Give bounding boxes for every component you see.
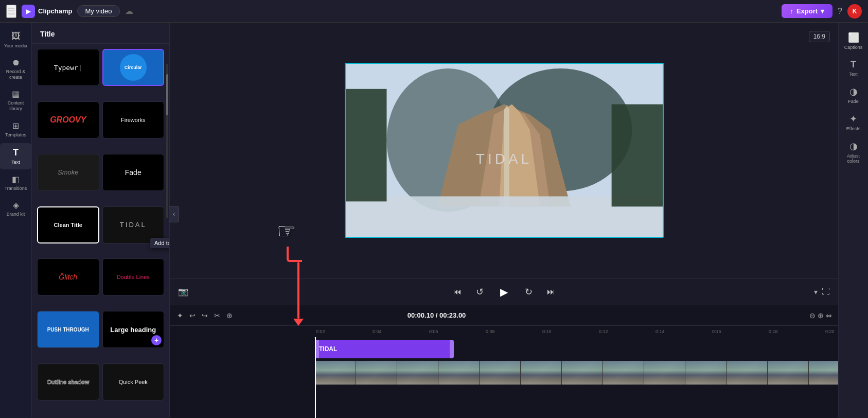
zoom-out-button[interactable]: ⊖ [809,311,816,320]
sidebar-item-brand-kit[interactable]: ◈ Brand kit [0,196,31,221]
library-icon: ▦ [12,89,20,99]
sidebar-label-text: Text [11,160,20,165]
screenshot-button[interactable]: 📷 [178,287,188,297]
sidebar-item-transitions[interactable]: ◧ Transitions [0,170,31,196]
ruler-mark-0: 0:02 [315,329,371,334]
card-label-fireworks: Fireworks [121,117,146,123]
title-track[interactable]: TIDAL [315,340,454,358]
export-button[interactable]: ↑ Export ▾ [782,4,832,18]
forward-button[interactable]: ↻ [523,284,535,300]
card-label-clean-title: Clean Title [54,222,82,228]
video-title-tab[interactable]: My video [77,5,119,17]
video-thumbnail-4 [438,361,480,385]
fit-zoom-button[interactable]: ⇔ [826,311,832,320]
sidebar-item-text[interactable]: T Text [0,143,31,169]
effects-icon: ✦ [849,113,857,125]
transitions-icon: ◧ [12,175,20,184]
redo-button[interactable]: ↪ [201,310,209,321]
chevron-down-button[interactable]: ▾ [814,288,818,296]
right-panel-label-fade: Fade [848,99,859,104]
template-card-outline-shadow[interactable]: Outline shadow [37,363,99,400]
template-card-quick-peek[interactable]: Quick Peek [102,363,165,400]
right-sidebar: ⬜ Captions T Text ◑ Fade ✦ Effects ◑ Adj… [838,23,868,418]
video-thumbnail-7 [562,361,603,385]
menu-button[interactable]: ☰ [6,5,16,18]
template-card-clean-title[interactable]: Clean Title [37,206,99,243]
ruler-mark-6: 0:14 [654,329,711,334]
playhead-triangle [312,337,318,338]
scrollbar-thumb[interactable] [166,74,168,115]
card-label-fade: Fade [125,168,141,177]
help-button[interactable]: ? [838,7,842,16]
more-tools-button[interactable]: ⊕ [225,310,234,321]
timeline-toolbar: ✦ ↩ ↪ ✂ ⊕ 00:00.10 / 00:23.00 ⊖ ⊕ ⇔ [170,305,838,326]
video-background: TIDAL [346,64,663,237]
ruler-mark-9: 0:20 [824,329,838,334]
timeline-tracks: TIDAL [170,337,838,418]
undo-button[interactable]: ↩ [188,310,197,321]
topbar: ☰ ▶ Clipchamp My video ☁ ↑ Export ▾ ? K [0,0,868,23]
title-grid: Typewr| Circular GROOVY Fireworks Smoke [32,44,169,418]
brand-kit-icon: ◈ [13,200,19,210]
video-thumbnail-3 [397,361,438,385]
main-area: 🖼 Your media ⏺ Record & create ▦ Content… [0,23,868,418]
video-thumbnail-12 [768,361,809,385]
template-card-glitch[interactable]: Ğliŧch [37,258,99,295]
template-card-smoke[interactable]: Smoke [37,154,99,191]
right-panel-captions[interactable]: ⬜ Captions [839,28,868,54]
skip-back-button[interactable]: ⏮ [451,285,464,299]
play-button[interactable]: ▶ [496,284,512,300]
template-card-large-heading[interactable]: Large heading + [102,311,165,348]
card-label-large-heading: Large heading [110,326,156,334]
video-thumbnail-10 [685,361,727,385]
adjust-colors-icon: ◑ [849,141,858,152]
avatar: K [847,4,862,19]
time-current: 00:00.10 [408,311,434,319]
topbar-left: ☰ ▶ Clipchamp My video ☁ [6,5,133,18]
template-card-double-lines[interactable]: Double Lines [102,258,165,295]
zoom-controls: ⊖ ⊕ ⇔ [809,311,832,320]
template-card-push-through[interactable]: PUSH THROUGH [37,311,99,348]
video-preview-area: 16:9 [170,23,838,278]
right-panel-effects[interactable]: ✦ Effects [839,109,868,135]
right-panel-label-adjust-colors: Adjust colors [841,153,866,164]
captions-icon: ⬜ [848,32,859,43]
video-track [315,361,838,385]
sidebar-item-templates[interactable]: ⊞ Templates [0,117,31,142]
video-thumbnail-1 [315,361,356,385]
export-chevron: ▾ [821,7,824,15]
sidebar-label-content-library: Content library [2,100,29,112]
collapse-panel-button[interactable]: ‹ [169,206,179,222]
media-icon: 🖼 [11,31,21,42]
sidebar-item-record-create[interactable]: ⏺ Record & create [0,54,31,84]
template-card-typewriter[interactable]: Typewr| [37,49,99,86]
video-tidal-text: TIDAL [476,151,532,167]
right-panel-fade[interactable]: ◑ Fade [839,82,868,108]
ruler-mark-4: 0:10 [541,329,598,334]
text-right-icon: T [851,59,856,70]
playhead[interactable] [315,337,316,418]
skip-forward-button[interactable]: ⏭ [545,285,557,299]
title-track-handle-right[interactable] [450,340,454,358]
sidebar-item-your-media[interactable]: 🖼 Your media [0,27,31,53]
text-icon: T [13,147,19,158]
add-badge-large-heading[interactable]: + [151,335,162,345]
template-card-circular[interactable]: Circular [102,49,165,86]
topbar-right: ↑ Export ▾ ? K [782,4,862,19]
ruler-mark-1: 0:04 [371,329,428,334]
right-panel-text[interactable]: T Text [839,55,868,81]
expand-button[interactable]: ⛶ [822,287,830,297]
magic-tool-button[interactable]: ✦ [176,310,184,321]
zoom-in-button[interactable]: ⊕ [818,311,824,320]
replay-button[interactable]: ↺ [474,284,486,300]
template-card-groovy[interactable]: GROOVY [37,101,99,138]
sidebar-label-transitions: Transitions [5,186,27,191]
template-card-fade[interactable]: Fade [102,154,165,191]
right-panel-adjust-colors[interactable]: ◑ Adjust colors [839,136,868,168]
cut-button[interactable]: ✂ [213,310,221,321]
sidebar-item-content-library[interactable]: ▦ Content library [0,85,31,116]
left-sidebar: 🖼 Your media ⏺ Record & create ▦ Content… [0,23,32,418]
scrollbar[interactable] [166,64,168,218]
ruler-mark-7: 0:16 [711,329,768,334]
template-card-fireworks[interactable]: Fireworks [102,101,165,138]
